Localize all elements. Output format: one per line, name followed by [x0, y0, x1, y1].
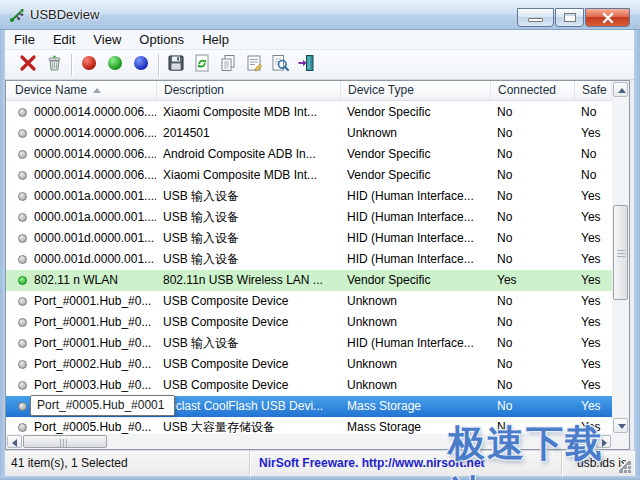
table-row[interactable]: 0000.001d.0000.001...USB 输入设备HID (Human …: [6, 249, 612, 270]
cell-description: 802.11n USB Wireless LAN ...: [163, 270, 340, 291]
table-row[interactable]: Port_#0003.Hub_#0...USB Composite Device…: [6, 375, 612, 396]
cell-connected: No: [497, 291, 574, 312]
cell-device-type: HID (Human Interface...: [347, 249, 490, 270]
toolbar-button-blue-ball[interactable]: [128, 52, 154, 78]
cell-device-type: Unknown: [347, 291, 490, 312]
save-icon: [166, 53, 186, 77]
table-row[interactable]: 0000.001a.0000.001....USB 输入设备HID (Human…: [6, 186, 612, 207]
table-row[interactable]: 0000.0014.0000.006....Android Composite …: [6, 144, 612, 165]
menu-edit[interactable]: Edit: [44, 30, 84, 50]
scroll-down-button[interactable]: [613, 418, 628, 433]
menu-help[interactable]: Help: [193, 30, 238, 50]
device-status-icon: [18, 213, 27, 222]
toolbar-button-exit[interactable]: [293, 52, 319, 78]
cell-device-type: Unknown: [347, 375, 490, 396]
minimize-button[interactable]: [517, 8, 554, 27]
cell-connected: No: [497, 102, 574, 123]
cell-description: Android Composite ADB In...: [163, 144, 340, 165]
scroll-right-button[interactable]: [596, 435, 611, 448]
menu-options[interactable]: Options: [130, 30, 193, 50]
cell-device-type: Vendor Specific: [347, 165, 490, 186]
column-label: Device Type: [348, 83, 414, 97]
table-row[interactable]: Port_#0001.Hub_#0...USB Composite Device…: [6, 312, 612, 333]
device-status-icon: [18, 234, 27, 243]
toolbar-button-delete[interactable]: [15, 52, 41, 78]
cell-connected: No: [497, 123, 574, 144]
toolbar-button-recycle-bin[interactable]: [41, 52, 67, 78]
sort-arrow-icon: [93, 88, 101, 93]
cell-description: USB 大容量存储设备: [163, 417, 340, 434]
cell-connected: No: [497, 186, 574, 207]
toolbar-button-red-ball[interactable]: [76, 52, 102, 78]
cell-device-type: Vendor Specific: [347, 102, 490, 123]
table-row[interactable]: Port_#0002.Hub_#0...USB Composite Device…: [6, 354, 612, 375]
table-row[interactable]: 0000.001d.0000.001...USB 输入设备HID (Human …: [6, 228, 612, 249]
cell-name: 0000.0014.0000.006....: [34, 123, 156, 144]
maximize-button[interactable]: [555, 8, 584, 27]
status-bar: 41 item(s), 1 Selected NirSoft Freeware.…: [5, 450, 634, 476]
cell-name: Port_#0001.Hub_#0...: [34, 312, 156, 333]
table-row[interactable]: Port_#0001.Hub_#0...USB 输入设备HID (Human I…: [6, 333, 612, 354]
toolbar-button-green-ball[interactable]: [102, 52, 128, 78]
column-header-device-type[interactable]: Device Type: [341, 81, 491, 101]
column-header-device-name[interactable]: Device Name: [6, 81, 157, 101]
column-label: Connected: [498, 83, 556, 97]
menu-bar: FileEditViewOptionsHelp: [5, 30, 634, 50]
device-status-icon: [18, 129, 27, 138]
toolbar-button-save[interactable]: [163, 52, 189, 78]
cell-connected: No: [497, 144, 574, 165]
cell-description: USB 输入设备: [163, 207, 340, 228]
scroll-up-button[interactable]: [613, 82, 628, 97]
device-status-icon: [18, 276, 27, 285]
nirsoft-link[interactable]: NirSoft Freeware. http://www.nirsoft.net: [259, 456, 485, 470]
horizontal-scrollbar[interactable]: [6, 434, 612, 449]
find-icon: [270, 53, 290, 77]
column-label: Description: [164, 83, 224, 97]
cell-connected: No: [497, 165, 574, 186]
close-button[interactable]: [585, 8, 630, 27]
column-header-safe[interactable]: Safe: [575, 81, 612, 101]
table-row[interactable]: 0000.001a.0000.001....USB 输入设备HID (Human…: [6, 207, 612, 228]
cell-connected: No: [497, 396, 574, 417]
cell-name: 0000.001d.0000.001...: [34, 228, 156, 249]
toolbar-separator: [71, 54, 72, 76]
toolbar-button-properties[interactable]: [241, 52, 267, 78]
device-name-tooltip: Port_#0005.Hub_#0001: [30, 395, 175, 416]
table-row[interactable]: Port_#0005.Hub_#0...USB 大容量存储设备Mass Stor…: [6, 417, 612, 434]
cell-connected: No: [497, 312, 574, 333]
resize-grip[interactable]: [619, 461, 632, 474]
cell-safe: Yes: [581, 312, 612, 333]
table-row[interactable]: 0000.0014.0000.006....Xiaomi Composite M…: [6, 165, 612, 186]
arrow-left-icon: [12, 439, 17, 447]
cell-device-type: Vendor Specific: [347, 270, 490, 291]
cell-name: 0000.001a.0000.001....: [34, 207, 156, 228]
vertical-scrollbar[interactable]: [612, 81, 629, 434]
toolbar-button-find[interactable]: [267, 52, 293, 78]
column-header-connected[interactable]: Connected: [491, 81, 575, 101]
table-row[interactable]: Port_#0001.Hub_#0...USB Composite Device…: [6, 291, 612, 312]
device-status-icon: [18, 339, 27, 348]
window-title: USBDeview: [30, 0, 99, 30]
column-header-description[interactable]: Description: [157, 81, 341, 101]
cell-safe: Yes: [581, 270, 612, 291]
scroll-left-button[interactable]: [7, 435, 22, 448]
cell-safe: Yes: [581, 333, 612, 354]
menu-file[interactable]: File: [5, 30, 44, 50]
table-row[interactable]: 0000.0014.0000.006....2014501UnknownNoYe…: [6, 123, 612, 144]
menu-view[interactable]: View: [84, 30, 130, 50]
table-row[interactable]: 0000.0014.0000.006....Xiaomi Composite M…: [6, 102, 612, 123]
device-status-icon: [18, 381, 27, 390]
toolbar: [5, 50, 634, 80]
horizontal-scroll-thumb[interactable]: [23, 435, 107, 448]
device-status-icon: [18, 171, 27, 180]
scrollbar-corner: [612, 434, 629, 449]
toolbar-button-copy[interactable]: [215, 52, 241, 78]
cell-safe: Yes: [581, 123, 612, 144]
blue-ball-icon: [131, 53, 151, 77]
table-row[interactable]: 802.11 n WLAN802.11n USB Wireless LAN ..…: [6, 270, 612, 291]
vertical-scroll-thumb[interactable]: [613, 205, 628, 300]
cell-device-type: Unknown: [347, 354, 490, 375]
cell-device-type: Unknown: [347, 123, 490, 144]
toolbar-button-refresh[interactable]: [189, 52, 215, 78]
window-frame-right: [634, 30, 640, 480]
